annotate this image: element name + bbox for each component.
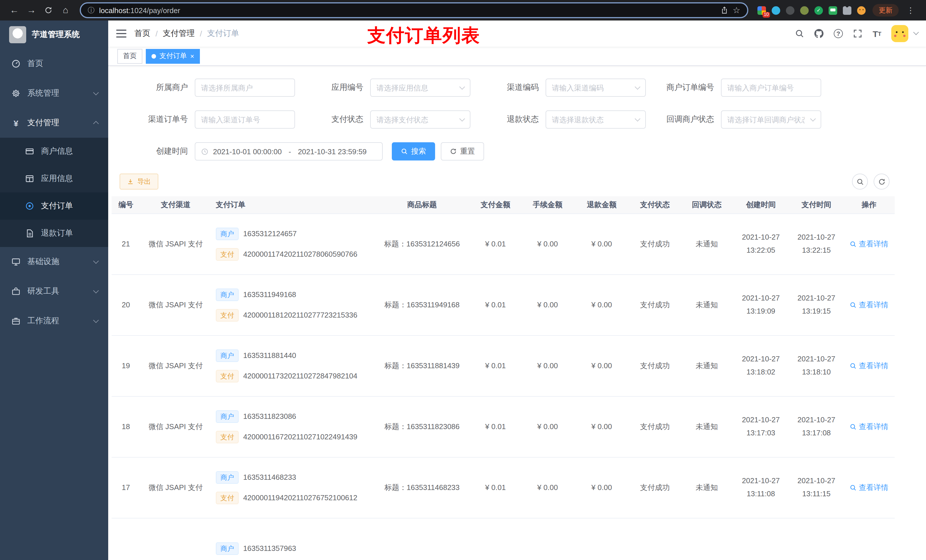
export-button-label: 导出 (137, 177, 151, 186)
merchant-order-no: 1635311881440 (243, 351, 296, 360)
search-button[interactable]: 搜索 (392, 142, 435, 160)
merchant-input[interactable] (195, 78, 295, 97)
avatar[interactable] (891, 25, 908, 42)
sidebar-item-pay-order[interactable]: 支付订单 (0, 192, 108, 220)
extension-chat-icon[interactable] (829, 6, 837, 15)
sidebar-item-dev-tools[interactable]: 研发工具 (0, 276, 108, 306)
bookmark-star-icon[interactable]: ☆ (733, 5, 740, 15)
top-navbar: 首页 / 支付管理 / 支付订单 支付订单列表 ? (108, 21, 926, 47)
cell-title: 标题：1635311881439 (374, 335, 471, 396)
sidebar-item-system[interactable]: 系统管理 (0, 78, 108, 108)
chevron-down-icon[interactable] (913, 29, 919, 35)
page-info-icon[interactable]: ⓘ (88, 5, 95, 15)
cell-actions: 查看详情 (843, 274, 895, 335)
logo[interactable]: 芋道管理系统 (0, 21, 108, 49)
cell-pay-status: 支付成功 (629, 274, 681, 335)
cell-pay-time: 2021-10-2713:18:10 (789, 335, 843, 396)
sidebar-item-workflow[interactable]: 工作流程 (0, 306, 108, 336)
profile-emoji-icon[interactable] (857, 6, 865, 15)
view-detail-link[interactable]: 查看详情 (850, 239, 888, 249)
column-header: 回调状态 (681, 196, 732, 213)
page-content: 所属商户 应用编号 渠道编码 商户订单编号 (108, 66, 926, 560)
app-select[interactable] (370, 78, 471, 97)
filter-row-2: 渠道订单号 支付状态 退款状态 回调商户状态 (120, 110, 915, 128)
pay-tag: 支付 (216, 430, 239, 443)
date-range-picker[interactable]: 2021-10-01 00:00:00 - 2021-10-31 23:59:5… (195, 142, 383, 160)
browser-extensions: 10 ✓ 更新 ⋮ (755, 4, 919, 17)
extension-olive-icon[interactable] (800, 6, 809, 15)
sidebar-item-label: 支付订单 (41, 201, 73, 211)
cell-create-time: 2021-10-2713:22:05 (732, 213, 789, 274)
cell-channel: 微信 JSAPI 支付 (140, 457, 211, 518)
reset-button[interactable]: 重置 (441, 142, 484, 160)
browser-update-button[interactable]: 更新 (873, 4, 899, 17)
cell-title: 标题：1635312124656 (374, 213, 471, 274)
column-header: 退款金额 (575, 196, 629, 213)
filter-row-3: 创建时间 2021-10-01 00:00:00 - 2021-10-31 23… (120, 142, 915, 160)
view-detail-link[interactable]: 查看详情 (850, 482, 888, 492)
tab-label: 首页 (123, 51, 137, 61)
extensions-puzzle-icon[interactable] (843, 6, 851, 15)
extension-dark-icon[interactable] (786, 6, 794, 15)
export-button[interactable]: 导出 (120, 174, 158, 190)
sidebar-item-home[interactable]: 首页 (0, 49, 108, 78)
table-header-row: 编号 支付渠道 支付订单 商品标题 支付金额 手续金额 退款金额 支付状态 回调… (112, 196, 895, 213)
filter-label: 应用编号 (295, 83, 370, 93)
view-detail-link[interactable]: 查看详情 (850, 361, 888, 371)
browser-menu-icon[interactable]: ⋮ (904, 6, 917, 15)
table-row: 19 微信 JSAPI 支付 商户1635311881440 支付4200001… (112, 335, 895, 396)
column-header: 支付渠道 (140, 196, 211, 213)
filter-create-time: 创建时间 2021-10-01 00:00:00 - 2021-10-31 23… (120, 142, 484, 160)
extension-badge: 10 (763, 12, 770, 17)
breadcrumb-home[interactable]: 首页 (135, 29, 150, 39)
breadcrumb-payment[interactable]: 支付管理 (163, 29, 195, 39)
extension-colorful-icon[interactable]: 10 (757, 6, 766, 15)
notify-status-select[interactable] (721, 110, 821, 128)
active-dot (151, 54, 156, 58)
yen-icon: ¥ (11, 118, 21, 127)
fullscreen-icon[interactable] (849, 25, 866, 42)
show-search-toggle-button[interactable] (852, 174, 868, 190)
sidebar-item-label: 应用信息 (41, 174, 73, 184)
view-detail-link[interactable]: 查看详情 (850, 300, 888, 310)
address-bar[interactable]: ⓘ localhost:1024/pay/order ☆ (80, 2, 748, 18)
view-detail-link[interactable]: 查看详情 (850, 421, 888, 432)
channel-code-select[interactable] (546, 78, 646, 97)
browser-reload-icon[interactable] (41, 3, 56, 18)
browser-chrome: ← → ⌂ ⓘ localhost:1024/pay/order ☆ 10 ✓ … (0, 0, 926, 21)
share-icon[interactable] (720, 6, 728, 14)
browser-back-icon[interactable]: ← (7, 3, 22, 18)
extension-drop-icon[interactable] (772, 6, 780, 15)
sidebar-item-payment[interactable]: ¥ 支付管理 (0, 108, 108, 138)
filter-refund-status: 退款状态 (471, 110, 646, 128)
channel-order-no-input[interactable] (195, 110, 295, 128)
browser-forward-icon[interactable]: → (24, 3, 39, 18)
pay-status-select[interactable] (370, 110, 471, 128)
github-icon[interactable] (810, 25, 828, 42)
refund-status-select[interactable] (546, 110, 646, 128)
merchant-order-no: 1635311949168 (243, 290, 296, 299)
tab-pay-order[interactable]: 支付订单 × (146, 49, 200, 63)
cell-pay-status: 支付成功 (629, 335, 681, 396)
sidebar-item-merchant-info[interactable]: 商户信息 (0, 138, 108, 165)
filter-app: 应用编号 (295, 78, 471, 97)
chevron-down-icon (93, 288, 99, 293)
merchant-tag: 商户 (216, 288, 239, 301)
column-header: 支付时间 (789, 196, 843, 213)
refresh-button[interactable] (874, 174, 890, 190)
sidebar-item-infra[interactable]: 基础设施 (0, 247, 108, 276)
sidebar-item-refund-order[interactable]: 退款订单 (0, 220, 108, 247)
font-size-icon[interactable]: TT (869, 25, 885, 42)
sidebar-item-app-info[interactable]: 应用信息 (0, 165, 108, 192)
browser-home-icon[interactable]: ⌂ (58, 3, 73, 18)
tab-home[interactable]: 首页 (117, 49, 142, 63)
hamburger-icon[interactable] (116, 30, 126, 38)
main-area: 首页 / 支付管理 / 支付订单 支付订单列表 ? (108, 21, 926, 560)
extension-check-icon[interactable]: ✓ (814, 6, 823, 15)
close-icon[interactable]: × (190, 53, 194, 59)
cell-title: 标题：1635311949168 (374, 274, 471, 335)
merchant-order-no-input[interactable] (721, 78, 821, 97)
cell-notify-status: 未通知 (681, 274, 732, 335)
help-icon[interactable]: ? (830, 25, 847, 42)
search-icon[interactable] (791, 25, 808, 42)
